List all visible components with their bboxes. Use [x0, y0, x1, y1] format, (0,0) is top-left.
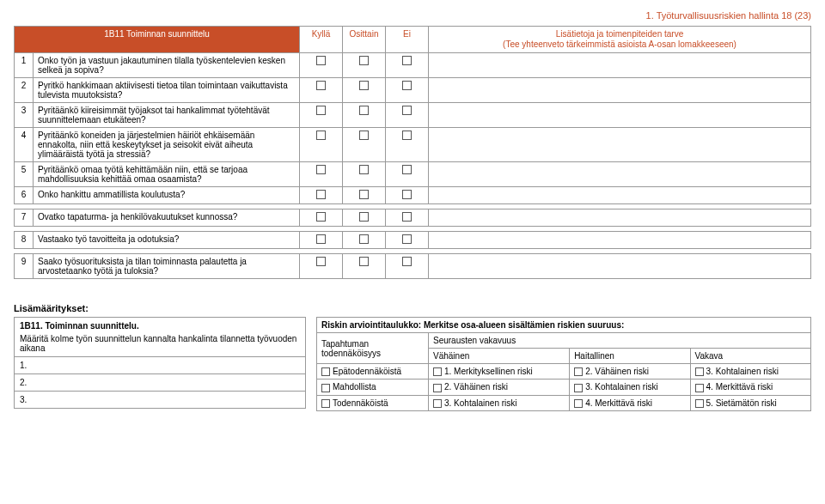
row-notes[interactable] [429, 78, 811, 103]
checkbox-no[interactable] [402, 56, 412, 65]
table-row: 7 Ovatko tapaturma- ja henkilövakuutukse… [15, 209, 811, 227]
checkbox-no[interactable] [402, 190, 412, 199]
checkbox-yes[interactable] [316, 234, 326, 244]
col-notes-head: Lisätietoja ja toimenpiteiden tarve (Tee… [429, 27, 811, 53]
checkbox-risk[interactable] [433, 399, 442, 408]
checkbox-risk[interactable] [433, 384, 442, 392]
checkbox-risk[interactable] [574, 367, 583, 376]
checkbox-partial[interactable] [359, 212, 369, 222]
risk-row: Mahdollista 2. Vähäinen riski 3. Kohtala… [317, 380, 811, 395]
row-question: Onko hankittu ammatillista koulutusta? [34, 187, 300, 204]
risk-row: Epätodennäköistä 1. Merkityksellinen ris… [317, 364, 811, 380]
row-notes[interactable] [429, 187, 811, 204]
checkbox-yes[interactable] [316, 212, 326, 222]
col-partial: Osittain [343, 27, 386, 53]
checkbox-partial[interactable] [359, 190, 369, 199]
checkbox-prob[interactable] [321, 367, 330, 376]
checkbox-no[interactable] [402, 234, 412, 244]
checkbox-no[interactable] [402, 257, 412, 266]
prob-cell: Mahdollista [333, 382, 376, 392]
risk-cell: 3. Kohtalainen riski [444, 398, 517, 408]
checkbox-risk[interactable] [695, 367, 704, 376]
risk-cell: 3. Kohtalainen riski [585, 382, 658, 392]
col-no: Ei [386, 27, 429, 53]
row-notes[interactable] [429, 53, 811, 78]
risk-prob-label: Tapahtuman todennäköisyys [317, 333, 429, 364]
page-header: 1. Työturvallisuusriskien hallinta 18 (2… [14, 10, 811, 21]
checkbox-no[interactable] [402, 212, 412, 222]
checkbox-yes[interactable] [316, 106, 326, 115]
checkbox-risk[interactable] [433, 367, 442, 376]
checkbox-yes[interactable] [316, 131, 326, 140]
definitions-box: 1B11. Toiminnan suunnittelu. Määritä kol… [14, 317, 306, 409]
checkbox-partial[interactable] [359, 234, 369, 244]
row-num: 8 [15, 232, 34, 249]
row-num: 9 [15, 254, 34, 279]
checkbox-yes[interactable] [316, 257, 326, 266]
checkbox-partial[interactable] [359, 131, 369, 140]
checkbox-no[interactable] [402, 106, 412, 115]
row-notes[interactable] [429, 128, 811, 162]
row-num: 5 [15, 162, 34, 187]
table-row: 5 Pyritäänkö omaa työtä kehittämään niin… [15, 162, 811, 187]
row-question: Ovatko tapaturma- ja henkilövakuutukset … [34, 209, 300, 227]
checkbox-partial[interactable] [359, 165, 369, 174]
checkbox-yes[interactable] [316, 165, 326, 174]
risk-cell: 4. Merkittävä riski [585, 398, 652, 408]
row-num: 3 [15, 103, 34, 128]
row-question: Vastaako työ tavoitteita ja odotuksia? [34, 232, 300, 249]
prob-cell: Epätodennäköistä [333, 367, 401, 376]
row-notes[interactable] [429, 254, 811, 279]
checkbox-no[interactable] [402, 131, 412, 140]
row-question: Pyritkö hankkimaan aktiivisesti tietoa t… [34, 78, 300, 103]
risk-cell: 1. Merkityksellinen riski [444, 367, 533, 376]
risk-cell: 4. Merkittävä riski [706, 382, 773, 392]
row-notes[interactable] [429, 162, 811, 187]
row-num: 6 [15, 187, 34, 204]
checkbox-risk[interactable] [695, 384, 704, 392]
table-row: 9 Saako työsuorituksista ja tilan toimin… [15, 254, 811, 279]
row-question: Saako työsuorituksista ja tilan toiminna… [34, 254, 300, 279]
table-row: 4 Pyritäänkö koneiden ja järjestelmien h… [15, 128, 811, 162]
table-row: 2 Pyritkö hankkimaan aktiivisesti tietoa… [15, 78, 811, 103]
sev-col: Vakava [690, 349, 810, 364]
risk-sev-label: Seurausten vakavuus [429, 333, 811, 349]
checkbox-prob[interactable] [321, 399, 330, 408]
checkbox-risk[interactable] [574, 384, 583, 392]
table-row: 6 Onko hankittu ammatillista koulutusta? [15, 187, 811, 204]
defs-item[interactable]: 2. [15, 374, 306, 392]
checkbox-risk[interactable] [695, 399, 704, 408]
checkbox-prob[interactable] [321, 384, 330, 392]
row-question: Pyritäänkö kiireisimmät työjaksot tai ha… [34, 103, 300, 128]
col-yes: Kyllä [300, 27, 343, 53]
table-row: 3 Pyritäänkö kiireisimmät työjaksot tai … [15, 103, 811, 128]
row-num: 2 [15, 78, 34, 103]
checkbox-partial[interactable] [359, 56, 369, 65]
risk-title: Riskin arviointitaulukko: Merkitse osa-a… [317, 318, 811, 333]
checkbox-partial[interactable] [359, 257, 369, 266]
definitions-title: Lisämääritykset: [14, 303, 811, 313]
section-title: 1B11 Toiminnan suunnittelu [15, 27, 300, 53]
defs-item[interactable]: 1. [15, 357, 306, 374]
row-num: 1 [15, 53, 34, 78]
checkbox-yes[interactable] [316, 190, 326, 199]
checkbox-no[interactable] [402, 81, 412, 90]
risk-cell: 5. Sietämätön riski [706, 398, 777, 408]
risk-cell: 2. Vähäinen riski [444, 382, 508, 392]
defs-desc: Määritä kolme työn suunnittelun kannalta… [20, 334, 300, 353]
checkbox-partial[interactable] [359, 106, 369, 115]
checkbox-yes[interactable] [316, 81, 326, 90]
row-notes[interactable] [429, 232, 811, 249]
checkbox-risk[interactable] [574, 399, 583, 408]
row-notes[interactable] [429, 209, 811, 227]
risk-cell: 2. Vähäinen riski [585, 367, 649, 376]
checkbox-no[interactable] [402, 165, 412, 174]
checkbox-yes[interactable] [316, 56, 326, 65]
checkbox-partial[interactable] [359, 81, 369, 90]
table-row: 8 Vastaako työ tavoitteita ja odotuksia? [15, 232, 811, 249]
row-notes[interactable] [429, 103, 811, 128]
defs-item[interactable]: 3. [15, 392, 306, 409]
row-num: 4 [15, 128, 34, 162]
prob-cell: Todennäköistä [333, 398, 388, 408]
sev-col: Vähäinen [429, 349, 570, 364]
